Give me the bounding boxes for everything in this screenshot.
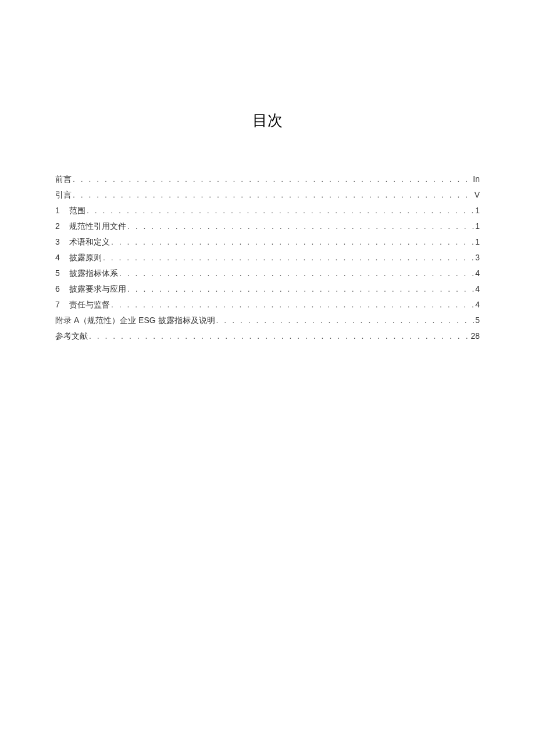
toc-leader-dots: [72, 187, 473, 203]
toc-entry-label: 引言: [55, 187, 72, 203]
toc-entry-page: 5: [474, 313, 480, 328]
toc-entry-label: 范围: [69, 203, 85, 218]
toc-entry-page: In: [472, 171, 480, 187]
toc-item: 附录 A（规范性）企业 ESG 披露指标及说明 5: [55, 313, 480, 328]
toc-entry-number: 5: [55, 266, 69, 281]
toc-list: 前言 In 引言 V 1 范围 1 2 规范性引用文件 1 3 术语和定义 1: [55, 171, 480, 344]
toc-leader-dots: [110, 234, 474, 250]
toc-entry-label: 附录 A（规范性）企业 ESG 披露指标及说明: [55, 313, 215, 328]
toc-item: 3 术语和定义 1: [55, 234, 480, 250]
toc-item: 前言 In: [55, 171, 480, 187]
toc-entry-page: 4: [474, 281, 480, 297]
toc-entry-number: 1: [55, 203, 69, 218]
toc-title: 目次: [55, 110, 480, 131]
toc-leader-dots: [88, 328, 469, 344]
toc-entry-label: 规范性引用文件: [69, 218, 126, 234]
toc-leader-dots: [118, 266, 474, 281]
toc-entry-label: 前言: [55, 171, 72, 187]
toc-item: 参考文献 28: [55, 328, 480, 344]
toc-entry-number: 6: [55, 281, 69, 297]
toc-leader-dots: [102, 250, 474, 266]
toc-entry-page: 4: [474, 297, 480, 313]
toc-entry-label: 披露原则: [69, 250, 102, 266]
toc-entry-label: 披露指标体系: [69, 266, 118, 281]
toc-entry-page: 4: [474, 266, 480, 281]
toc-item: 引言 V: [55, 187, 480, 203]
toc-entry-label: 责任与监督: [69, 297, 110, 313]
toc-leader-dots: [72, 171, 472, 187]
toc-item: 6 披露要求与应用 4: [55, 281, 480, 297]
toc-entry-page: V: [473, 187, 480, 203]
toc-entry-page: 3: [474, 250, 480, 266]
toc-entry-page: 1: [474, 234, 480, 250]
toc-entry-number: 2: [55, 218, 69, 234]
toc-entry-page: 1: [474, 218, 480, 234]
document-page: 目次 前言 In 引言 V 1 范围 1 2 规范性引用文件 1 3 术语和定义: [0, 0, 535, 344]
toc-entry-label: 术语和定义: [69, 234, 110, 250]
toc-entry-page: 28: [469, 328, 480, 344]
toc-leader-dots: [85, 203, 474, 218]
toc-entry-number: 4: [55, 250, 69, 266]
toc-entry-page: 1: [474, 203, 480, 218]
toc-item: 4 披露原则 3: [55, 250, 480, 266]
toc-leader-dots: [126, 218, 474, 234]
toc-item: 7 责任与监督 4: [55, 297, 480, 313]
toc-entry-label: 披露要求与应用: [69, 281, 126, 297]
toc-entry-label: 参考文献: [55, 328, 88, 344]
toc-entry-number: 3: [55, 234, 69, 250]
toc-item: 2 规范性引用文件 1: [55, 218, 480, 234]
toc-item: 1 范围 1: [55, 203, 480, 218]
toc-entry-number: 7: [55, 297, 69, 313]
toc-leader-dots: [126, 281, 474, 297]
toc-leader-dots: [215, 313, 475, 328]
toc-item: 5 披露指标体系 4: [55, 266, 480, 281]
toc-leader-dots: [110, 297, 474, 313]
